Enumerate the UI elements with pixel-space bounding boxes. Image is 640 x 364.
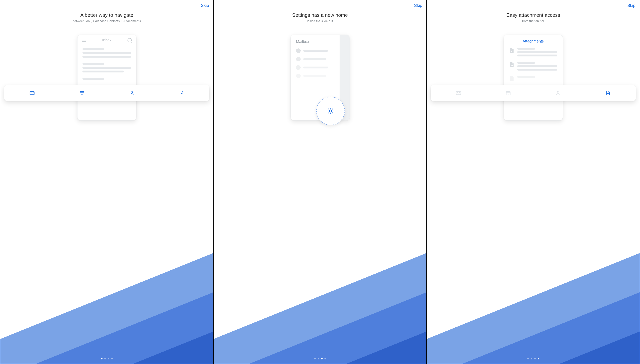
skip-button[interactable]: Skip: [414, 3, 422, 8]
card-header-title: Inbox: [86, 38, 128, 42]
svg-point-3: [330, 110, 332, 112]
screen-subtitle: between Mail, Calendar, Contacts & Attac…: [4, 19, 209, 23]
page-dot: [101, 358, 103, 360]
card-header-title: Attachments: [504, 35, 563, 46]
page-indicator: [527, 358, 539, 360]
page-dot: [111, 358, 113, 360]
gear-icon: [327, 107, 335, 115]
heading: A better way to navigate between Mail, C…: [1, 12, 213, 23]
page-dot: [317, 358, 319, 360]
person-icon[interactable]: [129, 90, 134, 96]
page-dot: [108, 358, 109, 360]
svg-point-2: [131, 91, 132, 93]
pdf-icon: [509, 48, 514, 54]
page-indicator: [101, 358, 113, 360]
skeleton-content: [78, 44, 136, 86]
heading: Settings has a new home inside the slide…: [214, 12, 426, 23]
screen-title: Settings has a new home: [217, 12, 423, 18]
screen-subtitle: inside the slide out: [217, 19, 423, 23]
file-icon[interactable]: [605, 90, 611, 96]
settings-highlight[interactable]: [316, 97, 345, 125]
file-icon: [509, 76, 514, 82]
file-icon[interactable]: [179, 90, 184, 96]
screen-subtitle: from the tab bar: [431, 19, 636, 23]
list-item: [504, 46, 563, 60]
calendar-icon[interactable]: 19: [506, 90, 511, 96]
image-file-icon: [509, 62, 514, 68]
person-icon[interactable]: [555, 90, 561, 96]
list-item: [504, 74, 563, 84]
onboarding-screen-2: Skip Settings has a new home inside the …: [214, 0, 427, 364]
page-dot: [104, 358, 106, 360]
page-dot: [538, 358, 539, 360]
skip-button[interactable]: Skip: [627, 3, 635, 8]
page-indicator: [314, 358, 326, 360]
page-dot: [531, 358, 532, 360]
enter-secure-mail-button[interactable]: Enter Secure Mail: [513, 128, 553, 138]
calendar-day: 19: [79, 93, 85, 95]
onboarding-screen-1: Skip A better way to navigate between Ma…: [1, 0, 214, 364]
list-item: [504, 60, 563, 74]
calendar-icon[interactable]: 19: [79, 90, 85, 96]
tab-bar: 19: [4, 85, 209, 101]
search-icon: [128, 38, 132, 42]
screen-title: A better way to navigate: [4, 12, 209, 18]
page-dot: [527, 358, 529, 360]
onboarding-screen-3: Skip Easy attachment access from the tab…: [427, 0, 639, 364]
svg-point-6: [557, 91, 559, 93]
heading: Easy attachment access from the tab bar: [427, 12, 639, 23]
calendar-day: 19: [506, 93, 511, 95]
mail-icon[interactable]: [456, 90, 461, 96]
hamburger-icon: [82, 39, 86, 42]
page-dot: [314, 358, 316, 360]
mail-icon[interactable]: [29, 90, 35, 96]
page-dot: [325, 358, 326, 360]
skip-button[interactable]: Skip: [201, 3, 209, 8]
illustration-card: Inbox: [77, 35, 136, 120]
illustration-card: Attachments: [504, 35, 563, 120]
screen-title: Easy attachment access: [431, 12, 636, 18]
page-dot: [321, 358, 323, 360]
page-dot: [534, 358, 536, 360]
tab-bar: 19: [431, 85, 636, 101]
